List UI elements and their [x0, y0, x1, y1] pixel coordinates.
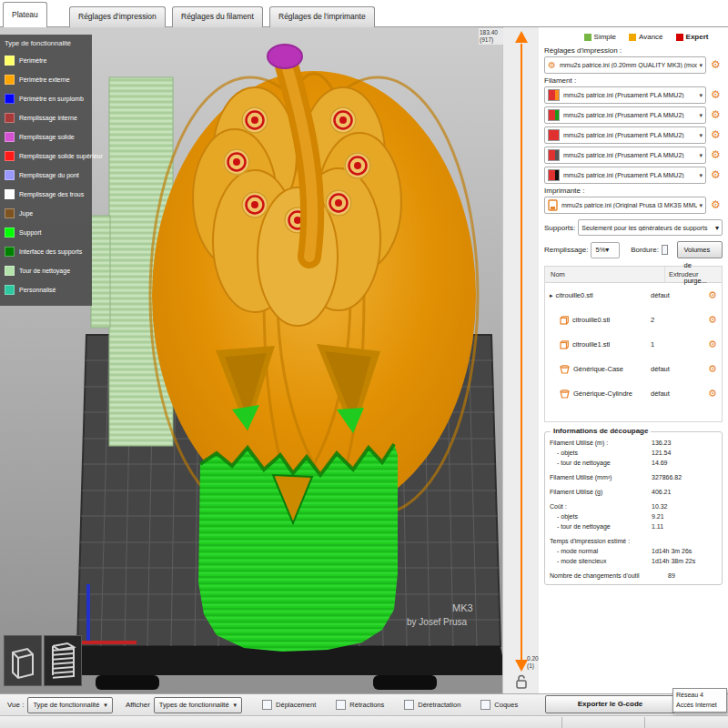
column-extruder[interactable]: Extrudeur: [665, 270, 722, 278]
main-content: MK3 by Josef Prusa: [0, 27, 728, 693]
layer-slider-strip: 183.40 (917) 0.20 (1): [502, 27, 539, 693]
legend-item: Tour de nettoyage: [5, 261, 89, 280]
sliced-info-title: Informations de découpage: [551, 427, 651, 435]
purge-volumes-button[interactable]: Volumes de purge...: [677, 241, 723, 258]
internal-infill-swatch: [5, 113, 15, 123]
table-row[interactable]: Générique-Case défaut ⚙: [545, 357, 722, 381]
layers-preview-button[interactable]: [44, 635, 82, 686]
shells-checkbox-row: Coques: [480, 700, 518, 710]
filament-color-swatch: [548, 129, 560, 141]
filament-gear-button[interactable]: ⚙: [709, 88, 723, 102]
printer-row: mmu2s patrice.ini (Original Prusa i3 MK3…: [544, 197, 723, 214]
tab-print-settings[interactable]: Réglages d'impression: [69, 6, 166, 27]
info-row: - tour de nettoyage14.69: [550, 460, 717, 466]
infill-brim-row: Remplissage: 5% ▾ Bordure: Volumes de pu…: [544, 241, 723, 258]
filament-row-3: mmu2s patrice.ini (Prusament PLA MMU2) ▾…: [544, 126, 723, 144]
shells-checkbox[interactable]: [480, 700, 490, 710]
table-row[interactable]: citrouille0.stl 2 ⚙: [545, 308, 722, 332]
show-combo[interactable]: Types de fonctionnalité ▾: [154, 697, 242, 713]
support-interface-swatch: [5, 247, 15, 257]
slider-top-label: 183.40 (917): [479, 28, 503, 45]
filament-combo-3[interactable]: mmu2s patrice.ini (Prusament PLA MMU2) ▾: [544, 126, 706, 144]
legend-item: Remplissage solide: [5, 127, 89, 147]
row-settings-gear-icon[interactable]: ⚙: [703, 289, 722, 301]
bed-foot-left: [96, 675, 159, 690]
travel-checkbox-row: Déplacement: [262, 700, 316, 710]
chevron-down-icon: ▾: [699, 92, 703, 99]
view-combo[interactable]: Type de fonctionnalité ▾: [27, 697, 112, 713]
filament-gear-button[interactable]: ⚙: [709, 108, 723, 122]
legend-item: Périmètre: [5, 51, 89, 70]
export-gcode-button[interactable]: Exporter le G-code: [545, 695, 675, 713]
unretractions-checkbox[interactable]: [404, 700, 414, 710]
chevron-down-icon: ▾: [699, 202, 703, 209]
filament-gear-button[interactable]: ⚙: [709, 148, 723, 162]
layer-slider-track[interactable]: [521, 44, 522, 661]
tab-printer-settings[interactable]: Réglages de l'imprimante: [269, 6, 375, 27]
network-name: Réseau 4: [676, 691, 723, 701]
stem-top-cap: [268, 45, 302, 68]
info-row: - mode normal1d14h 3m 26s: [550, 548, 717, 554]
legend-item: Remplissage du pont: [5, 166, 89, 185]
mode-selector: Simple Avancé Expert: [570, 33, 723, 41]
slider-upper-thumb[interactable]: [515, 31, 528, 43]
skirt-swatch: [5, 208, 15, 218]
filament-row-5: mmu2s patrice.ini (Prusament PLA MMU2) ▾…: [544, 167, 723, 184]
mode-simple[interactable]: Simple: [584, 33, 616, 41]
expander-icon[interactable]: ▸: [550, 292, 553, 299]
row-settings-gear-icon[interactable]: ⚙: [703, 339, 722, 350]
mode-advanced[interactable]: Avancé: [629, 33, 663, 41]
info-row: Nombre de changements d'outil89: [550, 572, 717, 579]
filament-combo-1[interactable]: mmu2s patrice.ini (Prusament PLA MMU2) ▾: [544, 86, 706, 104]
legend-item: Périmètre externe: [5, 70, 89, 89]
brim-checkbox[interactable]: [662, 245, 668, 255]
info-row: Filament Utilisé (mm³)327866.82: [550, 474, 717, 480]
info-row: Filament Utilisé (g)406.21: [550, 489, 717, 495]
3d-viewport[interactable]: MK3 by Josef Prusa: [0, 27, 502, 693]
table-row[interactable]: Générique-Cylindre défaut ⚙: [545, 381, 722, 406]
chevron-down-icon: ▾: [104, 702, 107, 709]
filament-combo-4[interactable]: mmu2s patrice.ini (Prusament PLA MMU2) ▾: [544, 147, 706, 164]
perimeter-swatch: [5, 56, 15, 66]
part-cube-icon: [560, 340, 569, 349]
infill-combo[interactable]: 5% ▾: [591, 242, 620, 258]
print-settings-combo[interactable]: ⚙ mmu2s patrice.ini (0.20mm QUALITY MK3)…: [544, 56, 706, 74]
column-name[interactable]: Nom: [545, 267, 665, 282]
filament-gear-button[interactable]: ⚙: [709, 168, 723, 182]
filament-color-swatch: [548, 109, 560, 121]
filament-combo-2[interactable]: mmu2s patrice.ini (Prusament PLA MMU2) ▾: [544, 106, 706, 124]
right-settings-panel: Simple Avancé Expert Réglages d'impressi…: [539, 27, 728, 693]
legend-item: Interface des supports: [5, 242, 89, 261]
view-mode-buttons: [4, 635, 82, 686]
chevron-down-icon: ▾: [605, 246, 609, 254]
info-row: Coût :10.32: [550, 503, 717, 510]
slider-bottom-label: 0.20 (1): [527, 655, 539, 670]
filament-row-2: mmu2s patrice.ini (Prusament PLA MMU2) ▾…: [544, 106, 723, 124]
print-settings-gear-button[interactable]: ⚙: [709, 58, 723, 72]
retractions-checkbox[interactable]: [336, 700, 346, 710]
table-row[interactable]: citrouille1.stl 1 ⚙: [545, 332, 722, 357]
info-row: Temps d'impression estimé :: [550, 538, 717, 544]
tab-plateau[interactable]: Plateau: [3, 2, 47, 27]
travel-checkbox[interactable]: [262, 700, 272, 710]
row-settings-gear-icon[interactable]: ⚙: [703, 388, 722, 399]
slider-lower-thumb[interactable]: [515, 660, 528, 672]
row-settings-gear-icon[interactable]: ⚙: [703, 314, 722, 326]
filament-gear-button[interactable]: ⚙: [709, 128, 723, 142]
tab-filament-settings[interactable]: Réglages du filament: [172, 6, 263, 27]
chevron-down-icon: ▾: [234, 702, 238, 709]
supports-combo[interactable]: Seulement pour les générateurs de suppor…: [578, 219, 723, 236]
legend-item: Support: [5, 223, 89, 242]
3d-editor-view-button[interactable]: [4, 635, 42, 686]
info-row: - objets9.21: [550, 513, 717, 520]
unretractions-checkbox-row: Dérétractation: [404, 700, 460, 710]
mode-expert[interactable]: Expert: [676, 33, 709, 41]
legend-item: Personnalisé: [5, 280, 89, 299]
printer-combo[interactable]: mmu2s patrice.ini (Original Prusa i3 MK3…: [544, 197, 706, 214]
filament-combo-5[interactable]: mmu2s patrice.ini (Prusament PLA MMU2) ▾: [544, 167, 706, 184]
bed-logo-subtext: by Josef Prusa: [407, 617, 468, 627]
infill-label: Remplissage:: [544, 246, 588, 254]
row-settings-gear-icon[interactable]: ⚙: [703, 363, 722, 375]
printer-gear-button[interactable]: ⚙: [709, 198, 723, 212]
one-layer-lock-icon[interactable]: [515, 674, 528, 691]
